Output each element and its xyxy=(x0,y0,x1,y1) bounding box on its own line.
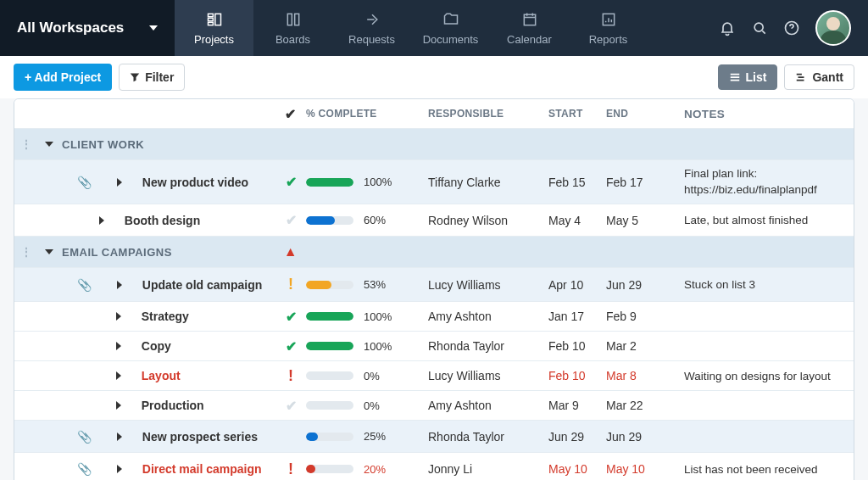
col-complete[interactable]: % COMPLETE xyxy=(306,108,428,120)
search-icon[interactable] xyxy=(751,20,768,36)
add-project-button[interactable]: + Add Project xyxy=(14,64,112,91)
col-end[interactable]: END xyxy=(606,108,684,120)
tab-label: Documents xyxy=(423,33,479,46)
status-done-icon: ✔ xyxy=(286,309,297,325)
project-row[interactable]: Booth design ✔ 60% Rodney Wilson May 4 M… xyxy=(14,204,854,237)
project-row[interactable]: 📎 Update old campaign ! 53% Lucy William… xyxy=(14,268,854,302)
end-date: Feb 17 xyxy=(606,176,684,189)
start-date: May 4 xyxy=(548,214,606,227)
row-name: Copy xyxy=(142,339,171,353)
collapse-icon[interactable] xyxy=(45,142,53,147)
filter-label: Filter xyxy=(145,70,174,84)
progress-bar xyxy=(306,178,353,187)
end-date: Jun 29 xyxy=(606,278,684,292)
view-gantt-label: Gantt xyxy=(812,70,843,84)
project-row[interactable]: 📎 New product video ✔ 100% Tiffany Clark… xyxy=(14,160,854,204)
attachment-icon[interactable]: 📎 xyxy=(77,462,92,476)
group-name: EMAIL CAMPAIGNS xyxy=(62,246,172,259)
start-date: Jan 17 xyxy=(548,310,606,323)
col-start[interactable]: START xyxy=(548,108,606,120)
progress-bar xyxy=(306,465,353,473)
gantt-icon xyxy=(795,71,807,83)
tab-label: Boards xyxy=(275,33,310,46)
project-row[interactable]: 📎 New prospect series 25% Rhonda Taylor … xyxy=(14,421,854,453)
progress-bar xyxy=(306,371,353,380)
tab-reports[interactable]: Reports xyxy=(569,0,648,56)
task-row[interactable]: Production ✔ 0% Amy Ashton Mar 9 Mar 22 xyxy=(14,391,854,421)
start-date: Feb 10 xyxy=(548,339,606,353)
row-name: New prospect series xyxy=(142,430,258,444)
group-row[interactable]: ⋮ CLIENT WORK xyxy=(14,129,854,160)
col-responsible[interactable]: RESPONSIBLE xyxy=(428,108,548,120)
row-name: Production xyxy=(142,399,204,412)
svg-rect-3 xyxy=(214,14,220,25)
projects-icon xyxy=(206,11,223,28)
responsible: Rodney Wilson xyxy=(428,214,548,227)
col-notes[interactable]: NOTES xyxy=(684,108,854,120)
status-done-icon: ✔ xyxy=(286,174,297,190)
expand-icon[interactable] xyxy=(117,465,122,473)
progress-bar xyxy=(306,216,353,225)
status-alert-icon: ! xyxy=(288,367,293,385)
documents-icon xyxy=(442,11,459,28)
responsible: Lucy Williams xyxy=(428,369,548,382)
expand-icon[interactable] xyxy=(116,371,121,380)
avatar[interactable] xyxy=(815,10,851,46)
notes: Final plan link: https://biz.edu/finalpl… xyxy=(684,166,854,197)
expand-icon[interactable] xyxy=(117,433,122,441)
progress-pct: 20% xyxy=(364,463,386,476)
group-row[interactable]: ⋮ EMAIL CAMPAIGNS ▲ xyxy=(14,237,854,268)
progress-pct: 0% xyxy=(364,370,380,382)
responsible: Tiffany Clarke xyxy=(428,176,548,189)
start-date: Apr 10 xyxy=(548,278,606,292)
attachment-icon[interactable]: 📎 xyxy=(77,430,92,444)
tab-documents[interactable]: Documents xyxy=(411,0,490,56)
expand-icon[interactable] xyxy=(99,216,104,225)
responsible: Lucy Williams xyxy=(428,278,548,292)
projects-table: ✔ % COMPLETE RESPONSIBLE START END NOTES… xyxy=(14,98,854,480)
responsible: Amy Ashton xyxy=(428,399,548,412)
table-header: ✔ % COMPLETE RESPONSIBLE START END NOTES xyxy=(14,99,854,129)
expand-icon[interactable] xyxy=(116,342,121,350)
svg-rect-5 xyxy=(294,14,298,25)
drag-handle-icon[interactable]: ⋮ xyxy=(20,137,33,151)
tab-projects[interactable]: Projects xyxy=(175,0,253,56)
filter-button[interactable]: Filter xyxy=(119,64,185,91)
expand-icon[interactable] xyxy=(116,312,121,321)
task-row[interactable]: Strategy ✔ 100% Amy Ashton Jan 17 Feb 9 xyxy=(14,302,854,332)
attachment-icon[interactable]: 📎 xyxy=(77,278,92,292)
collapse-icon[interactable] xyxy=(45,249,53,254)
view-gantt-button[interactable]: Gantt xyxy=(784,64,854,90)
drag-handle-icon[interactable]: ⋮ xyxy=(20,245,33,259)
progress-pct: 0% xyxy=(364,399,380,412)
svg-rect-1 xyxy=(208,18,213,20)
expand-icon[interactable] xyxy=(116,401,121,410)
attachment-icon[interactable]: 📎 xyxy=(77,176,92,189)
tab-calendar[interactable]: Calendar xyxy=(490,0,569,56)
end-date: Mar 8 xyxy=(606,369,684,382)
expand-icon[interactable] xyxy=(117,178,122,187)
notes: Waiting on designs for layout xyxy=(684,370,854,382)
bell-icon[interactable] xyxy=(719,20,736,36)
tab-label: Requests xyxy=(348,33,395,46)
row-name: Update old campaign xyxy=(142,278,263,292)
end-date: Mar 22 xyxy=(606,399,684,412)
expand-icon[interactable] xyxy=(117,281,122,289)
view-list-button[interactable]: List xyxy=(718,64,778,90)
task-row[interactable]: Copy ✔ 100% Rhonda Taylor Feb 10 Mar 2 xyxy=(14,332,854,361)
start-date: Mar 9 xyxy=(548,399,606,412)
tab-requests[interactable]: Requests xyxy=(332,0,411,56)
progress-pct: 53% xyxy=(364,278,386,291)
task-row[interactable]: Layout ! 0% Lucy Williams Feb 10 Mar 8 W… xyxy=(14,361,854,391)
tab-boards[interactable]: Boards xyxy=(253,0,332,56)
row-name: Booth design xyxy=(125,214,200,227)
help-icon[interactable] xyxy=(783,20,800,36)
workspace-selector[interactable]: All Workspaces xyxy=(0,0,175,56)
header-actions xyxy=(719,0,868,56)
project-row[interactable]: 📎 Direct mail campaign ! 20% Jonny Li Ma… xyxy=(14,453,854,480)
svg-rect-0 xyxy=(208,14,213,16)
status-warning-icon: ! xyxy=(288,276,293,293)
status-alert-icon: ! xyxy=(288,460,293,478)
view-list-label: List xyxy=(746,70,767,84)
toolbar: + Add Project Filter List Gantt xyxy=(0,56,868,98)
